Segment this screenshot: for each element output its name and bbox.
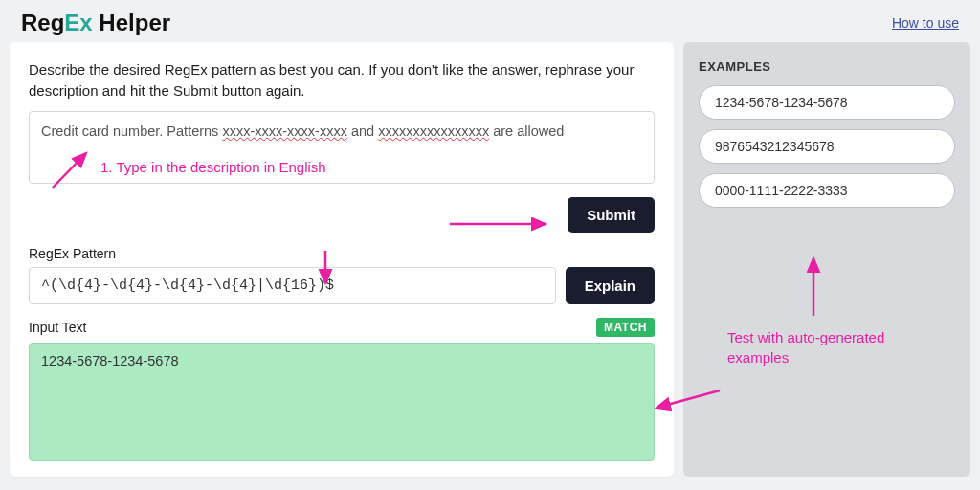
examples-heading: EXAMPLES: [699, 59, 955, 74]
instructions-text: Describe the desired RegEx pattern as be…: [29, 59, 655, 101]
how-to-use-link[interactable]: How to use: [892, 15, 959, 31]
app-logo: RegEx Helper: [21, 10, 170, 36]
submit-button[interactable]: Submit: [568, 197, 655, 233]
match-badge: MATCH: [596, 318, 655, 337]
example-item[interactable]: 0000-1111-2222-3333: [699, 173, 955, 208]
examples-panel: EXAMPLES 1234-5678-1234-5678 98765432123…: [683, 42, 970, 477]
input-text-area[interactable]: 1234-5678-1234-5678: [29, 343, 655, 462]
description-input[interactable]: Credit card number. Patterns xxxx-xxxx-x…: [29, 111, 655, 184]
main-panel: Describe the desired RegEx pattern as be…: [10, 42, 674, 477]
example-item[interactable]: 9876543212345678: [699, 129, 955, 164]
input-text-label: Input Text: [29, 320, 86, 335]
example-item[interactable]: 1234-5678-1234-5678: [699, 85, 955, 120]
regex-pattern-input[interactable]: [29, 267, 556, 304]
pattern-label: RegEx Pattern: [29, 246, 655, 261]
explain-button[interactable]: Explain: [566, 267, 655, 304]
